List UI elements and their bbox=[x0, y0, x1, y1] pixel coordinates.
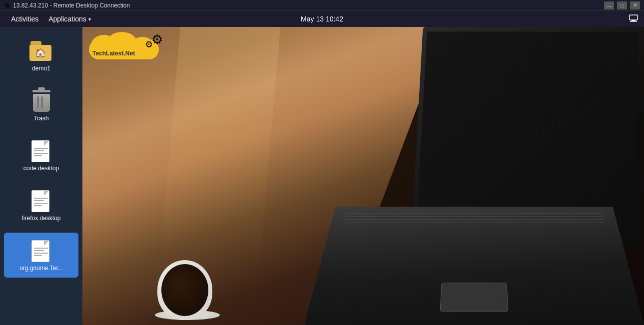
trash-label: Trash bbox=[33, 115, 48, 122]
watermark-cloud-wrapper: ⚙ ⚙ TechLatest.Net bbox=[86, 31, 164, 62]
demo1-label: demo1 bbox=[32, 65, 50, 72]
activities-label: Activities bbox=[11, 15, 38, 23]
dock-item-org-gnome-ter[interactable]: org.gnome.Ter... bbox=[4, 233, 78, 278]
svg-rect-1 bbox=[632, 20, 636, 21]
cup-body bbox=[157, 260, 212, 320]
cup-coffee bbox=[161, 264, 208, 316]
gear-icon-large: ⚙ bbox=[151, 32, 163, 47]
network-tray-icon[interactable] bbox=[629, 13, 638, 24]
title-bar-icon: 🖥 bbox=[4, 2, 10, 9]
watermark-container: ⚙ ⚙ TechLatest.Net bbox=[86, 31, 164, 62]
gnome-topbar: Activities Applications ▾ May 13 10:42 bbox=[0, 11, 644, 27]
coffee-cup bbox=[157, 260, 212, 320]
dock-item-trash[interactable]: Trash bbox=[4, 83, 78, 128]
activities-button[interactable]: Activities bbox=[6, 13, 43, 25]
keyboard-row-4 bbox=[344, 222, 605, 223]
gnome-tray bbox=[629, 13, 638, 24]
org-gnome-ter-icon bbox=[29, 239, 53, 263]
wallpaper[interactable]: ⚙ ⚙ TechLatest.Net bbox=[82, 27, 644, 325]
dock-item-firefox-desktop[interactable]: firefox.desktop bbox=[4, 183, 78, 228]
laptop-keyboard bbox=[304, 207, 644, 325]
remote-desktop-window: Activities Applications ▾ May 13 10:42 bbox=[0, 11, 644, 325]
close-button[interactable]: ✕ bbox=[630, 1, 640, 9]
title-bar-text: 13.82.43.210 - Remote Desktop Connection bbox=[13, 2, 601, 9]
dock-item-demo1[interactable]: 🏠 demo1 bbox=[4, 33, 78, 78]
applications-menu[interactable]: Applications ▾ bbox=[43, 13, 96, 25]
title-bar: 🖥 13.82.43.210 - Remote Desktop Connecti… bbox=[0, 0, 644, 11]
watermark-text: TechLatest.Net bbox=[92, 50, 135, 57]
keyboard-row-3 bbox=[345, 219, 604, 220]
laptop-area bbox=[294, 27, 644, 325]
demo1-icon: 🏠 bbox=[29, 39, 53, 63]
applications-label: Applications bbox=[48, 15, 86, 23]
org-gnome-ter-label: org.gnome.Ter... bbox=[19, 265, 63, 272]
keyboard-row-1 bbox=[346, 213, 602, 214]
code-desktop-label: code.desktop bbox=[23, 165, 59, 172]
svg-rect-0 bbox=[630, 15, 638, 20]
firefox-desktop-label: firefox.desktop bbox=[21, 215, 60, 222]
dock-item-code-desktop[interactable]: code.desktop bbox=[4, 133, 78, 178]
minimize-button[interactable]: — bbox=[604, 1, 614, 9]
trash-icon bbox=[29, 89, 53, 113]
dock: 🏠 demo1 Trash bbox=[0, 27, 82, 325]
applications-arrow-icon: ▾ bbox=[88, 16, 91, 22]
code-desktop-icon bbox=[29, 139, 53, 163]
svg-rect-2 bbox=[630, 21, 637, 22]
maximize-button[interactable]: □ bbox=[617, 1, 627, 9]
firefox-desktop-icon bbox=[29, 189, 53, 213]
gnome-clock: May 13 10:42 bbox=[301, 15, 343, 23]
trackpad bbox=[440, 283, 508, 312]
desktop: 🏠 demo1 Trash bbox=[0, 27, 644, 325]
keyboard-row-2 bbox=[345, 216, 603, 217]
gear-icon-small: ⚙ bbox=[145, 39, 153, 50]
